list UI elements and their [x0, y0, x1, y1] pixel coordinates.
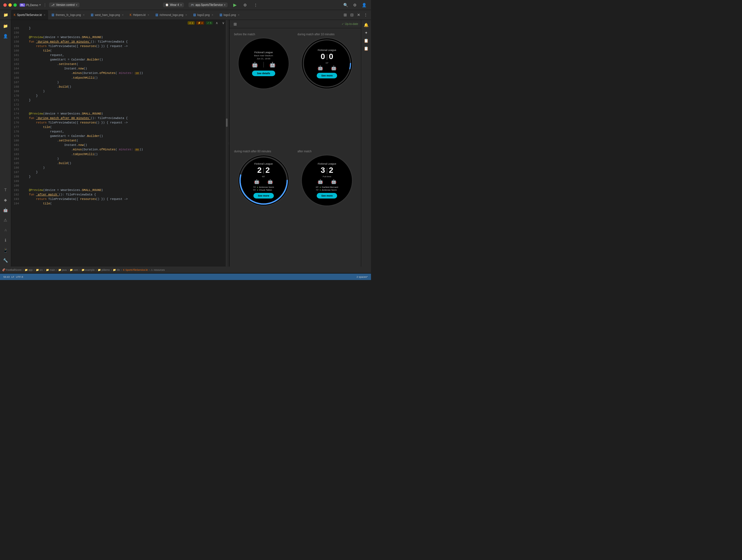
sidebar-icon-warn[interactable]: ⚠ [2, 216, 9, 224]
goal-min-2: 55' [253, 189, 256, 191]
preview-label-before: before the match [234, 33, 255, 36]
paste-button[interactable]: 📋 [363, 46, 370, 51]
tab-close-icon[interactable]: × [212, 13, 213, 16]
preview-cell-during80: during match after 80 minutes Fictional … [232, 148, 296, 265]
layout-button[interactable]: ⊞ [342, 12, 348, 18]
see-more-button-3[interactable]: See more [317, 193, 337, 199]
sidebar-icon-profile[interactable]: 👤 [2, 32, 9, 40]
breadcrumb-main[interactable]: 📁 main [46, 268, 55, 271]
scroll-track[interactable] [226, 20, 228, 266]
sidebar-icon-diamond[interactable]: ◆ [2, 196, 9, 204]
breadcrumb-example[interactable]: 📁 example [82, 268, 95, 271]
minimize-button[interactable] [8, 3, 12, 7]
split-button[interactable]: ⊟ [349, 12, 355, 18]
sidebar-icon-file[interactable]: 📁 [2, 22, 9, 30]
sidebar-icon-android[interactable]: 🤖 [2, 206, 9, 214]
code-line-163: 163 .setInstant( [11, 62, 228, 66]
status-indent[interactable]: 2 spaces* [357, 275, 368, 278]
account-button[interactable]: 👤 [361, 2, 368, 8]
run-button[interactable]: ▶ [232, 2, 238, 8]
copy-button[interactable]: 📋 [363, 38, 370, 43]
code-line-173: 173 [11, 107, 228, 111]
breadcrumb-java[interactable]: 📁 java [58, 268, 67, 271]
status-position[interactable]: 56:43 [3, 275, 10, 278]
code-line-183: 183 .toEpochMilli() [11, 152, 228, 156]
gemini-button[interactable]: ✦ [363, 30, 369, 36]
see-details-button[interactable]: See details [252, 70, 275, 76]
watch3-content: Fictional League 2 | 2 80' 🤖 🤖 [238, 162, 289, 199]
close-editor-button[interactable]: ✕ [356, 12, 362, 18]
wear-chip[interactable]: ⌚ Wear 4 ▾ [163, 3, 184, 7]
breadcrumb-src[interactable]: 📁 src [36, 268, 43, 271]
tab-close-icon[interactable]: × [83, 13, 85, 16]
tab-close-icon[interactable]: × [44, 13, 45, 16]
breadcrumb-com[interactable]: 📁 com [70, 268, 78, 271]
code-line-175: 175 fun `during match after 80 minutes`(… [11, 116, 228, 120]
tab-close-icon[interactable]: × [186, 13, 187, 16]
editor-menu-button[interactable]: ⋮ [363, 12, 369, 18]
sidebar-icon-git[interactable]: ⑃ [2, 226, 9, 234]
see-more-button-2[interactable]: See more [253, 193, 274, 199]
tab-themes-logo[interactable]: 🖼 themes_fc_logo.png × [49, 10, 87, 19]
tab-bar: 📁 K SportsTileService.kt × 🖼 themes_fc_l… [0, 10, 371, 20]
watch4-league: Fictional League [318, 162, 336, 165]
expand-icon[interactable]: ∧ [214, 20, 219, 26]
editor-area[interactable]: ⚠ 1 ⚡ 4 ✓ 5 ∧ ∨ 155 } 156 157 [11, 20, 228, 266]
status-encoding[interactable]: UTF-8 [16, 275, 23, 278]
tab-logo2[interactable]: 🖼 logo2.png × [191, 10, 216, 19]
team1-icon: 🤖 [254, 179, 260, 184]
breadcrumb-project[interactable]: 🏈 FootballScore [2, 268, 21, 271]
score-sep-80: | [263, 167, 264, 174]
sidebar-icon-info[interactable]: ℹ [2, 236, 9, 244]
breadcrumb-pldemo[interactable]: 📁 pldemo [98, 268, 110, 271]
service-icon: 🎮 [191, 3, 194, 6]
status-line-ending[interactable]: LF [11, 275, 14, 278]
preview-toolbar: ⊞ ✓ Up-to-date [229, 20, 361, 28]
code-line-162: 162 gameStart = Calendar.Builder() [11, 57, 228, 62]
chevron-down-icon: ▾ [76, 3, 77, 6]
tab-richmond-logo[interactable]: 🖼 richmond_logo.png × [153, 10, 190, 19]
goal-dot-1: ● [257, 186, 258, 189]
tab-label: themes_fc_logo.png [56, 13, 81, 16]
preview-toolbar-icons: ⊞ [232, 21, 238, 27]
search-button[interactable]: 🔍 [342, 2, 349, 8]
see-more-button-1[interactable]: See more [317, 73, 337, 79]
team1-icon: 🤖 [318, 65, 323, 70]
tab-close-icon[interactable]: × [122, 13, 124, 16]
settings-button[interactable]: ⚙ [352, 2, 358, 8]
more-actions-button[interactable]: ⋮ [253, 2, 259, 8]
chevron-down-icon: ▾ [180, 3, 182, 6]
close-button[interactable] [3, 3, 7, 7]
tab-close-icon[interactable]: × [148, 13, 149, 16]
goal-name-after-1: Garfield Bernard [322, 186, 338, 189]
breadcrumb-app[interactable]: 📁 app [24, 268, 33, 271]
code-line-155: 155 } [11, 26, 228, 31]
notifications-button[interactable]: 🔔 [363, 22, 370, 28]
tab-logo1[interactable]: 🖼 logo1.png × [217, 10, 243, 19]
tab-helpers[interactable]: K Helpers.kt × [127, 10, 152, 19]
tab-close-icon[interactable]: × [238, 13, 240, 16]
watch-during10: Fictional League 0 | 0 10' 🤖 🤖 See more [301, 38, 353, 89]
code-content[interactable]: 155 } 156 157 @Preview(device = WearDevi… [11, 26, 228, 206]
tab-label: richmond_logo.png [160, 13, 183, 16]
vcs-chip[interactable]: ⎇ Version control ▾ [49, 3, 80, 7]
project-tree-button[interactable]: 📁 [2, 12, 9, 18]
sidebar-icon-terminal[interactable]: T [2, 186, 9, 194]
scroll-thumb[interactable] [226, 118, 228, 127]
service-chip[interactable]: 🎮 app.SportsTileService ▾ [189, 3, 228, 7]
tab-westham-logo[interactable]: 🖼 west_ham_logo.png × [88, 10, 126, 19]
breadcrumb-file[interactable]: K SportsTileService.kt [123, 268, 148, 271]
preview-layout-icon[interactable]: ⊞ [232, 21, 238, 27]
sidebar-icon-robot[interactable]: 🔧 [2, 256, 9, 264]
tab-sportsTileService[interactable]: K SportsTileService.kt × [11, 10, 48, 19]
wear-label: Wear 4 [170, 3, 179, 6]
debug-button[interactable]: ⚙ [242, 2, 248, 8]
goal-row-2: 55' ● Chuck Tatton [253, 189, 274, 191]
breadcrumb-resources[interactable]: ⚠ resources [151, 268, 165, 271]
sidebar-icon-phone[interactable]: 📱 [2, 246, 9, 254]
app-logo[interactable]: PL PLDemo ▾ [19, 3, 41, 7]
breadcrumb-tile[interactable]: 📁 tile [113, 268, 120, 271]
collapse-icon[interactable]: ∨ [221, 20, 226, 26]
maximize-button[interactable] [13, 3, 17, 7]
goal-name-after-2: Ambrose Norm [322, 189, 337, 191]
